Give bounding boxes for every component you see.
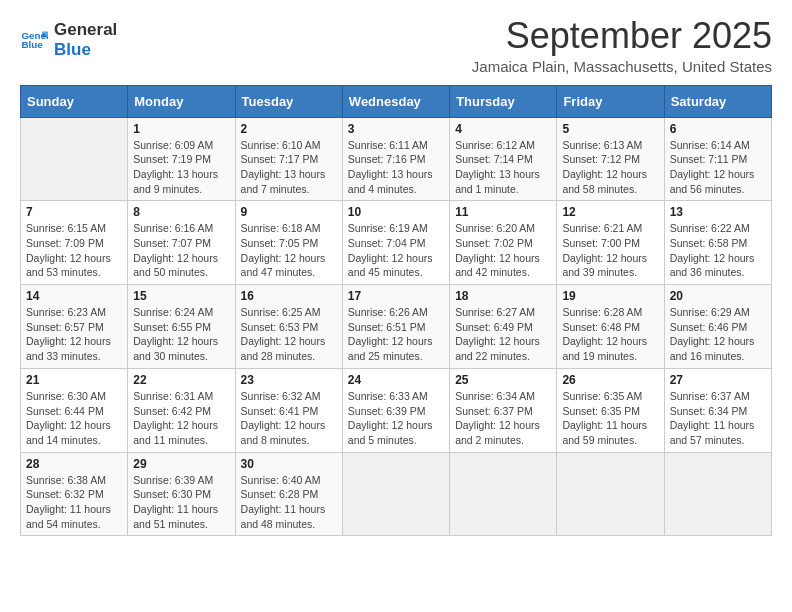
day-number: 21 [26,373,122,387]
calendar-cell: 17Sunrise: 6:26 AMSunset: 6:51 PMDayligh… [342,285,449,369]
day-info: Sunrise: 6:24 AMSunset: 6:55 PMDaylight:… [133,305,229,364]
logo-text-block: General Blue [54,20,117,59]
day-number: 3 [348,122,444,136]
day-info: Sunrise: 6:18 AMSunset: 7:05 PMDaylight:… [241,221,337,280]
calendar-cell: 4Sunrise: 6:12 AMSunset: 7:14 PMDaylight… [450,117,557,201]
day-number: 8 [133,205,229,219]
day-info: Sunrise: 6:19 AMSunset: 7:04 PMDaylight:… [348,221,444,280]
day-info: Sunrise: 6:27 AMSunset: 6:49 PMDaylight:… [455,305,551,364]
day-number: 13 [670,205,766,219]
header-row: SundayMondayTuesdayWednesdayThursdayFrid… [21,85,772,117]
page-header: General Blue General Blue September 2025… [20,16,772,75]
logo: General Blue General Blue [20,20,117,59]
day-info: Sunrise: 6:16 AMSunset: 7:07 PMDaylight:… [133,221,229,280]
calendar-cell: 14Sunrise: 6:23 AMSunset: 6:57 PMDayligh… [21,285,128,369]
calendar-cell: 2Sunrise: 6:10 AMSunset: 7:17 PMDaylight… [235,117,342,201]
day-info: Sunrise: 6:37 AMSunset: 6:34 PMDaylight:… [670,389,766,448]
day-info: Sunrise: 6:09 AMSunset: 7:19 PMDaylight:… [133,138,229,197]
calendar-cell: 28Sunrise: 6:38 AMSunset: 6:32 PMDayligh… [21,452,128,536]
week-row-5: 28Sunrise: 6:38 AMSunset: 6:32 PMDayligh… [21,452,772,536]
calendar-cell: 12Sunrise: 6:21 AMSunset: 7:00 PMDayligh… [557,201,664,285]
day-number: 24 [348,373,444,387]
calendar-cell: 7Sunrise: 6:15 AMSunset: 7:09 PMDaylight… [21,201,128,285]
day-info: Sunrise: 6:39 AMSunset: 6:30 PMDaylight:… [133,473,229,532]
calendar-cell: 10Sunrise: 6:19 AMSunset: 7:04 PMDayligh… [342,201,449,285]
day-info: Sunrise: 6:34 AMSunset: 6:37 PMDaylight:… [455,389,551,448]
week-row-4: 21Sunrise: 6:30 AMSunset: 6:44 PMDayligh… [21,368,772,452]
day-info: Sunrise: 6:33 AMSunset: 6:39 PMDaylight:… [348,389,444,448]
day-info: Sunrise: 6:30 AMSunset: 6:44 PMDaylight:… [26,389,122,448]
calendar-cell [557,452,664,536]
header-cell-tuesday: Tuesday [235,85,342,117]
calendar-cell: 23Sunrise: 6:32 AMSunset: 6:41 PMDayligh… [235,368,342,452]
day-number: 9 [241,205,337,219]
calendar-cell [21,117,128,201]
day-info: Sunrise: 6:12 AMSunset: 7:14 PMDaylight:… [455,138,551,197]
day-number: 23 [241,373,337,387]
day-number: 5 [562,122,658,136]
day-info: Sunrise: 6:11 AMSunset: 7:16 PMDaylight:… [348,138,444,197]
day-info: Sunrise: 6:32 AMSunset: 6:41 PMDaylight:… [241,389,337,448]
day-number: 4 [455,122,551,136]
svg-text:Blue: Blue [21,39,43,50]
calendar-cell: 21Sunrise: 6:30 AMSunset: 6:44 PMDayligh… [21,368,128,452]
day-number: 27 [670,373,766,387]
calendar-cell: 29Sunrise: 6:39 AMSunset: 6:30 PMDayligh… [128,452,235,536]
logo-icon: General Blue [20,26,48,54]
calendar-cell: 3Sunrise: 6:11 AMSunset: 7:16 PMDaylight… [342,117,449,201]
logo-line2: Blue [54,40,117,60]
header-cell-friday: Friday [557,85,664,117]
day-number: 11 [455,205,551,219]
calendar-cell: 6Sunrise: 6:14 AMSunset: 7:11 PMDaylight… [664,117,771,201]
day-number: 1 [133,122,229,136]
calendar-cell: 16Sunrise: 6:25 AMSunset: 6:53 PMDayligh… [235,285,342,369]
header-cell-sunday: Sunday [21,85,128,117]
day-info: Sunrise: 6:31 AMSunset: 6:42 PMDaylight:… [133,389,229,448]
day-info: Sunrise: 6:23 AMSunset: 6:57 PMDaylight:… [26,305,122,364]
title-area: September 2025 Jamaica Plain, Massachuse… [472,16,772,75]
calendar-cell: 30Sunrise: 6:40 AMSunset: 6:28 PMDayligh… [235,452,342,536]
page-title: September 2025 [472,16,772,56]
day-number: 2 [241,122,337,136]
calendar-cell: 13Sunrise: 6:22 AMSunset: 6:58 PMDayligh… [664,201,771,285]
calendar-cell: 15Sunrise: 6:24 AMSunset: 6:55 PMDayligh… [128,285,235,369]
day-info: Sunrise: 6:29 AMSunset: 6:46 PMDaylight:… [670,305,766,364]
day-number: 30 [241,457,337,471]
day-info: Sunrise: 6:14 AMSunset: 7:11 PMDaylight:… [670,138,766,197]
day-info: Sunrise: 6:38 AMSunset: 6:32 PMDaylight:… [26,473,122,532]
calendar-cell: 19Sunrise: 6:28 AMSunset: 6:48 PMDayligh… [557,285,664,369]
day-number: 26 [562,373,658,387]
day-number: 14 [26,289,122,303]
day-number: 19 [562,289,658,303]
day-number: 16 [241,289,337,303]
calendar-cell: 5Sunrise: 6:13 AMSunset: 7:12 PMDaylight… [557,117,664,201]
header-cell-saturday: Saturday [664,85,771,117]
header-cell-monday: Monday [128,85,235,117]
calendar-cell: 24Sunrise: 6:33 AMSunset: 6:39 PMDayligh… [342,368,449,452]
day-number: 20 [670,289,766,303]
calendar-cell: 22Sunrise: 6:31 AMSunset: 6:42 PMDayligh… [128,368,235,452]
calendar-cell: 1Sunrise: 6:09 AMSunset: 7:19 PMDaylight… [128,117,235,201]
calendar-cell: 8Sunrise: 6:16 AMSunset: 7:07 PMDaylight… [128,201,235,285]
week-row-1: 1Sunrise: 6:09 AMSunset: 7:19 PMDaylight… [21,117,772,201]
day-number: 29 [133,457,229,471]
calendar-header: SundayMondayTuesdayWednesdayThursdayFrid… [21,85,772,117]
page-subtitle: Jamaica Plain, Massachusetts, United Sta… [472,58,772,75]
calendar-cell: 20Sunrise: 6:29 AMSunset: 6:46 PMDayligh… [664,285,771,369]
calendar-cell: 27Sunrise: 6:37 AMSunset: 6:34 PMDayligh… [664,368,771,452]
calendar-cell: 26Sunrise: 6:35 AMSunset: 6:35 PMDayligh… [557,368,664,452]
calendar-table: SundayMondayTuesdayWednesdayThursdayFrid… [20,85,772,537]
logo-line1: General [54,20,117,40]
calendar-cell: 18Sunrise: 6:27 AMSunset: 6:49 PMDayligh… [450,285,557,369]
day-info: Sunrise: 6:13 AMSunset: 7:12 PMDaylight:… [562,138,658,197]
day-info: Sunrise: 6:26 AMSunset: 6:51 PMDaylight:… [348,305,444,364]
day-info: Sunrise: 6:35 AMSunset: 6:35 PMDaylight:… [562,389,658,448]
calendar-body: 1Sunrise: 6:09 AMSunset: 7:19 PMDaylight… [21,117,772,536]
day-info: Sunrise: 6:40 AMSunset: 6:28 PMDaylight:… [241,473,337,532]
day-info: Sunrise: 6:21 AMSunset: 7:00 PMDaylight:… [562,221,658,280]
calendar-cell: 9Sunrise: 6:18 AMSunset: 7:05 PMDaylight… [235,201,342,285]
day-info: Sunrise: 6:15 AMSunset: 7:09 PMDaylight:… [26,221,122,280]
day-number: 6 [670,122,766,136]
calendar-cell: 25Sunrise: 6:34 AMSunset: 6:37 PMDayligh… [450,368,557,452]
day-number: 7 [26,205,122,219]
